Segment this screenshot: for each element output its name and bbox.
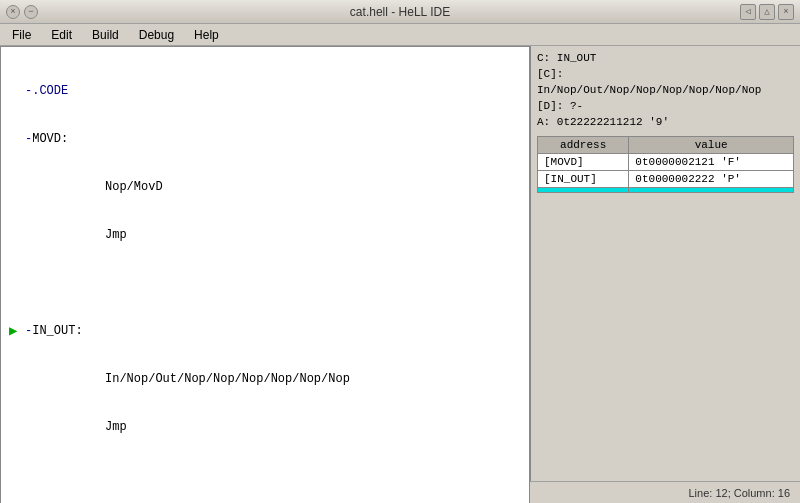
code-line-9 (1, 467, 529, 483)
row1-address: [MOVD] (538, 154, 629, 171)
debug-c-full-label: [C]: (537, 68, 563, 80)
code-line-8: Jmp (1, 419, 529, 435)
debug-table: address value [MOVD] 0t0000002121 'F' [I… (537, 136, 794, 193)
debug-d-value: ?- (570, 100, 583, 112)
window-title: cat.hell - HeLL IDE (350, 5, 450, 19)
debug-c-label: C: (537, 52, 550, 64)
line-text-4: Jmp (25, 227, 529, 243)
debug-a-value: 0t22222211212 '9' (557, 116, 669, 128)
nav-up-button[interactable]: △ (759, 4, 775, 20)
row1-value: 0t0000002121 'F' (629, 154, 794, 171)
line-arrow-6: ▶ (9, 323, 25, 339)
nav-close-button[interactable]: × (778, 4, 794, 20)
debug-d-label: [D]: (537, 100, 563, 112)
menu-debug[interactable]: Debug (131, 26, 182, 44)
col-address: address (538, 137, 629, 154)
titlebar: × − cat.hell - HeLL IDE ◁ △ × (0, 0, 800, 24)
menu-help[interactable]: Help (186, 26, 227, 44)
row2-value: 0t0000002222 'P' (629, 171, 794, 188)
code-line-1: -.CODE (1, 83, 529, 99)
row3-value (629, 188, 794, 193)
row2-address: [IN_OUT] (538, 171, 629, 188)
main-area: -.CODE -MOVD: Nop/MovD Jmp (0, 46, 800, 481)
table-row-2: [IN_OUT] 0t0000002222 'P' (538, 171, 794, 188)
line-text-2: -MOVD: (25, 131, 529, 147)
titlebar-right-controls: ◁ △ × (740, 4, 794, 20)
debug-c-value: IN_OUT (557, 52, 597, 64)
debug-c-full-value: In/Nop/Out/Nop/Nop/Nop/Nop/Nop/Nop (537, 84, 761, 96)
debug-c: C: IN_OUT (537, 50, 794, 66)
code-line-4: Jmp (1, 227, 529, 243)
code-line-2: -MOVD: (1, 131, 529, 147)
col-value: value (629, 137, 794, 154)
line-text-7: In/Nop/Out/Nop/Nop/Nop/Nop/Nop/Nop (25, 371, 529, 387)
line-text-3: Nop/MovD (25, 179, 529, 195)
editor-panel[interactable]: -.CODE -MOVD: Nop/MovD Jmp (0, 46, 530, 503)
row3-address (538, 188, 629, 193)
menu-edit[interactable]: Edit (43, 26, 80, 44)
table-row-3 (538, 188, 794, 193)
right-panel: C: IN_OUT [C]: In/Nop/Out/Nop/Nop/Nop/No… (530, 46, 800, 481)
debug-a: A: 0t22222211212 '9' (537, 114, 794, 130)
code-line-5 (1, 275, 529, 291)
line-text-8: Jmp (25, 419, 529, 435)
titlebar-controls: × − (6, 5, 38, 19)
nav-left-button[interactable]: ◁ (740, 4, 756, 20)
status-text: Line: 12; Column: 16 (688, 487, 790, 499)
line-text-1: -.CODE (25, 83, 529, 99)
code-line-7: In/Nop/Out/Nop/Nop/Nop/Nop/Nop/Nop (1, 371, 529, 387)
menu-build[interactable]: Build (84, 26, 127, 44)
code-content: -.CODE -MOVD: Nop/MovD Jmp (1, 47, 529, 503)
editor-scroll-area[interactable]: -.CODE -MOVD: Nop/MovD Jmp (1, 47, 529, 503)
debug-d: [D]: ?- (537, 98, 794, 114)
minimize-button[interactable]: − (24, 5, 38, 19)
table-row-1: [MOVD] 0t0000002121 'F' (538, 154, 794, 171)
close-button[interactable]: × (6, 5, 20, 19)
debug-a-label: A: (537, 116, 550, 128)
code-line-3: Nop/MovD (1, 179, 529, 195)
menu-file[interactable]: File (4, 26, 39, 44)
editor-terminal-column: -.CODE -MOVD: Nop/MovD Jmp (0, 46, 530, 481)
line-text-6: -IN_OUT: (25, 323, 529, 339)
code-line-6: ▶ -IN_OUT: (1, 323, 529, 339)
debug-info: C: IN_OUT [C]: In/Nop/Out/Nop/Nop/Nop/No… (537, 50, 794, 130)
menubar: File Edit Build Debug Help (0, 24, 800, 46)
debug-c-full: [C]: In/Nop/Out/Nop/Nop/Nop/Nop/Nop/Nop (537, 66, 794, 98)
